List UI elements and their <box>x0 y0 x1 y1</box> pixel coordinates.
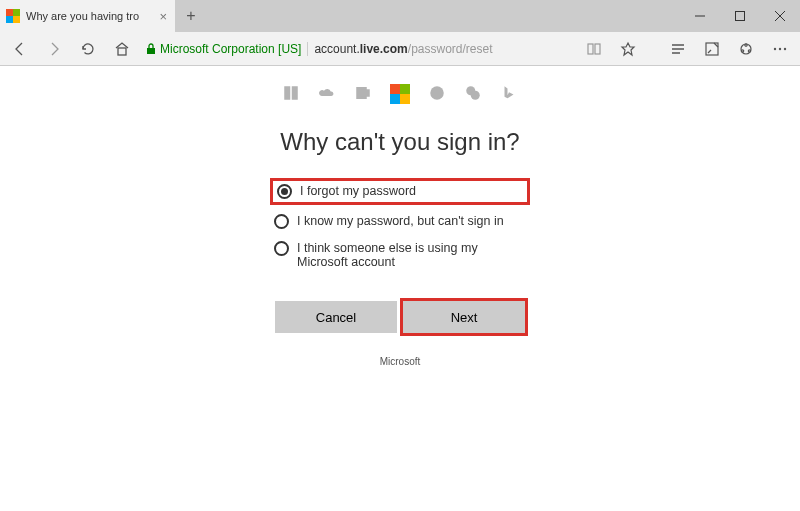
svg-rect-6 <box>588 44 593 54</box>
page-title: Why can't you sign in? <box>0 128 800 156</box>
onedrive-icon <box>318 84 336 102</box>
url-host: account.live.com <box>314 42 407 56</box>
svg-point-17 <box>741 49 743 51</box>
option-someone-else[interactable]: I think someone else is using my Microso… <box>270 238 530 272</box>
forward-button[interactable] <box>38 34 70 64</box>
svg-marker-8 <box>622 43 634 55</box>
xbox-icon <box>428 84 446 102</box>
option-label: I forgot my password <box>300 184 416 198</box>
option-cant-sign-in[interactable]: I know my password, but can't sign in <box>270 211 530 232</box>
lock-icon <box>146 43 156 55</box>
home-button[interactable] <box>106 34 138 64</box>
next-wrap: Next <box>400 298 528 336</box>
svg-point-20 <box>779 47 781 49</box>
skype-icon <box>464 84 482 102</box>
tab-title: Why are you having tro <box>26 10 153 22</box>
svg-rect-25 <box>361 89 370 97</box>
hub-button[interactable] <box>662 34 694 64</box>
office-icon <box>282 84 300 102</box>
options-group: I forgot my password I know my password,… <box>270 178 530 272</box>
radio-icon <box>274 241 289 256</box>
option-label: I know my password, but can't sign in <box>297 214 504 228</box>
more-button[interactable] <box>764 34 796 64</box>
minimize-button[interactable] <box>680 0 720 32</box>
certificate-badge: Microsoft Corporation [US] <box>146 42 308 56</box>
bing-icon <box>500 84 518 102</box>
cancel-button[interactable]: Cancel <box>275 301 397 333</box>
certificate-name: Microsoft Corporation [US] <box>160 42 301 56</box>
reading-view-button[interactable] <box>578 34 610 64</box>
browser-tab[interactable]: Why are you having tro × <box>0 0 175 32</box>
microsoft-logo-icon <box>390 84 410 104</box>
cancel-wrap: Cancel <box>272 298 400 336</box>
footer-brand: Microsoft <box>0 356 800 367</box>
svg-rect-4 <box>118 48 126 55</box>
svg-rect-23 <box>292 86 298 100</box>
svg-point-18 <box>748 49 750 51</box>
maximize-button[interactable] <box>720 0 760 32</box>
radio-icon <box>274 214 289 229</box>
address-bar[interactable]: Microsoft Corporation [US] account.live.… <box>146 32 570 65</box>
refresh-button[interactable] <box>72 34 104 64</box>
page-content: Why can't you sign in? I forgot my passw… <box>0 66 800 367</box>
svg-rect-22 <box>284 86 290 100</box>
service-icon-row <box>0 84 800 104</box>
button-row: Cancel Next <box>0 298 800 336</box>
tab-close-icon[interactable]: × <box>159 9 167 24</box>
close-window-button[interactable] <box>760 0 800 32</box>
new-tab-button[interactable]: + <box>175 0 207 32</box>
svg-point-19 <box>774 47 776 49</box>
webnote-button[interactable] <box>696 34 728 64</box>
next-button[interactable]: Next <box>403 301 525 333</box>
svg-point-21 <box>784 47 786 49</box>
outlook-icon <box>354 84 372 102</box>
svg-point-28 <box>471 91 480 100</box>
svg-rect-7 <box>595 44 600 54</box>
svg-line-14 <box>708 50 711 53</box>
url-path: /password/reset <box>408 42 493 56</box>
svg-rect-5 <box>147 48 155 54</box>
favicon-microsoft <box>6 9 20 23</box>
svg-rect-1 <box>736 12 745 21</box>
option-label: I think someone else is using my Microso… <box>297 241 526 269</box>
radio-icon <box>277 184 292 199</box>
favorite-button[interactable] <box>612 34 644 64</box>
back-button[interactable] <box>4 34 36 64</box>
svg-point-26 <box>430 86 444 100</box>
share-button[interactable] <box>730 34 762 64</box>
window-titlebar: Why are you having tro × + <box>0 0 800 32</box>
option-forgot-password[interactable]: I forgot my password <box>270 178 530 205</box>
browser-toolbar: Microsoft Corporation [US] account.live.… <box>0 32 800 66</box>
svg-point-16 <box>745 43 747 45</box>
